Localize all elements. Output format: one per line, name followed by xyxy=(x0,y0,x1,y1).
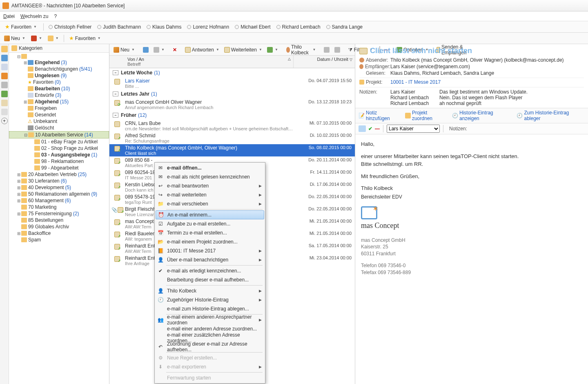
list-group-header[interactable]: −Letztes Jahr (1) xyxy=(109,89,355,98)
rail-icon[interactable] xyxy=(1,73,8,79)
tree-node[interactable]: ★Favoriten (0) xyxy=(9,79,109,85)
favorite-person[interactable]: Richard Lembach xyxy=(276,24,321,30)
col-from[interactable]: Von / An△Betreff xyxy=(125,56,294,68)
notiz-hinzufuegen[interactable]: 📝Notiz hinzufügen xyxy=(359,110,401,121)
tree-node[interactable]: ⊞50 Reklamationen allgemein (9) xyxy=(9,191,109,197)
tree-node[interactable]: ⊞75 Fensterreinigung (2) xyxy=(9,210,109,217)
menu-wechseln[interactable]: Wechseln zu xyxy=(20,13,48,19)
tree-node[interactable]: Benachrichtigungen (5/41) xyxy=(9,66,109,72)
tree-node[interactable]: Gesendet xyxy=(9,112,109,118)
menu-help[interactable]: ? xyxy=(54,13,57,19)
favorite-person[interactable]: Klaus Dahms xyxy=(147,24,181,30)
context-menu-item[interactable]: ↪e-mail weiterleiten▶ xyxy=(156,190,264,199)
tb-btn-b[interactable]: ▼ xyxy=(46,35,60,42)
tree-node[interactable]: 01 - eBay Frage zu Artikel xyxy=(9,138,109,145)
tree-node[interactable]: ⊞40 Development (5) xyxy=(9,184,109,191)
context-menu-item[interactable]: ✉e-mail öffnen... xyxy=(156,163,264,172)
tb-icon[interactable] xyxy=(322,46,331,54)
tree-node[interactable]: ⊞30 Lieferanten (6) xyxy=(9,178,109,184)
tree-node[interactable]: ⚠Unbekannt xyxy=(9,118,109,125)
tree-node[interactable]: 98 - Reklamationen xyxy=(9,158,109,165)
list-group-header[interactable]: −Früher (12) xyxy=(109,111,355,120)
print-button[interactable] xyxy=(333,46,342,54)
rail-icon[interactable] xyxy=(1,55,8,61)
minus-icon[interactable]: — xyxy=(375,126,380,132)
menu-datei[interactable]: Datei xyxy=(3,13,15,19)
context-menu-item[interactable]: 📙10001: IT Messe 2017▶ xyxy=(156,246,264,255)
tree-node[interactable]: ⊞Eingehend(3) xyxy=(9,59,109,66)
tb-icon[interactable]: ▼ xyxy=(265,46,280,54)
tree-node[interactable]: Spam xyxy=(9,237,109,243)
neu-button[interactable]: Neu▼ xyxy=(2,35,27,42)
antworten-button[interactable]: Antworten▼ xyxy=(183,46,221,54)
rail-icon[interactable] xyxy=(1,109,8,115)
message-row[interactable]: ↗Alfred SchmidRe: SchulungsanfrageDi. 10… xyxy=(109,132,355,144)
tree-node[interactable]: Bearbeiten(10) xyxy=(9,85,109,92)
favoriten-button[interactable]: ★Favoriten▼ xyxy=(3,23,38,31)
message-row[interactable]: CRN, Lars Bubecrn.de Newsletter: Intel s… xyxy=(109,120,355,132)
projekt-zuordnen[interactable]: Projekt zuordnen xyxy=(405,110,448,121)
tree-node[interactable]: 02 - Shop Frage zu Artikel xyxy=(9,145,109,152)
context-menu-item[interactable]: ⏰An e-mail erinnern... xyxy=(156,210,264,219)
message-row[interactable]: Lars KaiserBitte ...Do. 04.07.2019 15:50 xyxy=(109,77,355,89)
tree-node[interactable]: Ungelesen(9) xyxy=(9,72,109,79)
tb-icon[interactable]: ▼ xyxy=(152,46,166,54)
rail-icon[interactable] xyxy=(1,46,8,52)
tree-node[interactable]: ⊞Backoffice xyxy=(9,230,109,237)
tree-node[interactable]: Freigeben xyxy=(9,105,109,112)
user-dropdown[interactable]: Thilo Kolbeck▼ xyxy=(285,43,318,56)
check-icon[interactable]: ✔ xyxy=(368,126,372,132)
list-neu-button[interactable]: Neu▼ xyxy=(112,46,136,54)
tree-node[interactable]: Entwürfe (3) xyxy=(9,92,109,98)
context-menu-item[interactable]: 👤Über e-mail benachrichtigen▶ xyxy=(156,255,264,264)
context-menu-item[interactable]: 👤Thilo Kolbeck▶ xyxy=(156,286,264,295)
tree-node[interactable]: ⊟ xyxy=(9,54,109,59)
assign-user-select[interactable]: Lars Kaiser xyxy=(387,125,440,133)
tree-node[interactable]: 03 - Ausgangsbelege(1) xyxy=(9,152,109,158)
context-menu-item[interactable]: e-mail zum Historie-Eintrag ablegen... xyxy=(156,304,264,313)
favorite-person[interactable]: Christoph Fellner xyxy=(49,24,91,30)
project-link[interactable]: 10001 - IT Messe 2017 xyxy=(390,79,441,85)
context-menu-item[interactable]: ↶Zuordnung dieser e-mail zur Adresse auf… xyxy=(156,342,264,351)
rail-icon[interactable] xyxy=(1,82,8,88)
context-menu-item[interactable]: ✔e-mail als erledigt kennzeichnen... xyxy=(156,266,264,275)
favorite-person[interactable]: Judith Bachmann xyxy=(97,24,141,30)
message-row[interactable]: ⟳mas Concept GmbH Oliver WagnerAnruf ang… xyxy=(109,98,355,111)
context-menu-item[interactable]: 📅Termin zu e-mail erstellen... xyxy=(156,228,264,237)
rail-icon[interactable] xyxy=(1,100,8,106)
list-group-header[interactable]: −Letzte Woche (1) xyxy=(109,68,355,77)
context-menu-item[interactable]: ↩e-mail beantworten▶ xyxy=(156,181,264,190)
context-menu-item[interactable]: ☑Aufgabe zu e-mail erstellen... xyxy=(156,219,264,228)
col-date[interactable]: Datum / Uhrzeit ▽ xyxy=(294,56,355,68)
favoriten2-button[interactable]: ★Favoriten▼ xyxy=(67,34,102,42)
delete-button[interactable]: ✕ xyxy=(171,46,178,54)
tree-node[interactable]: 99 - Abgearbeitet xyxy=(9,165,109,171)
context-menu-item[interactable]: 👥e-mail einem anderen Ansprechpartner zu… xyxy=(156,315,264,324)
favorite-person[interactable]: Michael Ebert xyxy=(235,24,270,30)
chip-icon[interactable] xyxy=(359,125,366,132)
tree-node[interactable]: 70 Marketing xyxy=(9,204,109,210)
weiterleiten-button[interactable]: Weiterleiten▼ xyxy=(223,46,264,54)
tree-node[interactable]: ⊟10 Abarbeiten Service (14) xyxy=(9,131,109,138)
tree-node[interactable]: Gelöscht xyxy=(9,125,109,131)
tree-node[interactable]: ⊞20 Abarbeiten Vertrieb (25) xyxy=(9,171,109,178)
context-menu-item[interactable]: 📂e-mail einem Projekt zuordnen... xyxy=(156,237,264,246)
rail-icon[interactable] xyxy=(1,64,8,70)
tb-btn-a[interactable]: ▼ xyxy=(29,35,44,42)
historie-ablegen[interactable]: 🕘Zum Historie-Eintrag ableger xyxy=(517,110,585,121)
tree-node[interactable]: 85 Bestellungen xyxy=(9,217,109,223)
rail-icon[interactable] xyxy=(1,91,8,97)
favorite-person[interactable]: Sandra Lange xyxy=(326,24,363,30)
favorite-person[interactable]: Lorenz Hofmann xyxy=(187,24,229,30)
tb-icon[interactable] xyxy=(141,46,150,54)
tree-node[interactable]: ⊞60 Management (6) xyxy=(9,197,109,204)
message-row[interactable]: ↗Thilo Kolbeck (mas Concept GmbH, Oliver… xyxy=(109,144,355,156)
add-icon[interactable]: + xyxy=(1,118,8,124)
context-menu-item[interactable]: 📁e-mail verschieben▶ xyxy=(156,199,264,208)
historie-anzeigen[interactable]: 🕘Historie-Eintrag anzeigen xyxy=(452,110,512,121)
context-menu-item[interactable]: ✉e-mail als nicht gelesen kennzeichnen xyxy=(156,172,264,181)
context-menu-item[interactable]: Bearbeitung dieser e-mail aufheben... xyxy=(156,275,264,284)
tree-node[interactable]: ⊞Abgehend(15) xyxy=(9,98,109,105)
tree-node[interactable]: 99 Globales Archiv xyxy=(9,223,109,230)
context-menu-item[interactable]: 🕘Zugehöriger Historie-Eintrag▶ xyxy=(156,295,264,304)
